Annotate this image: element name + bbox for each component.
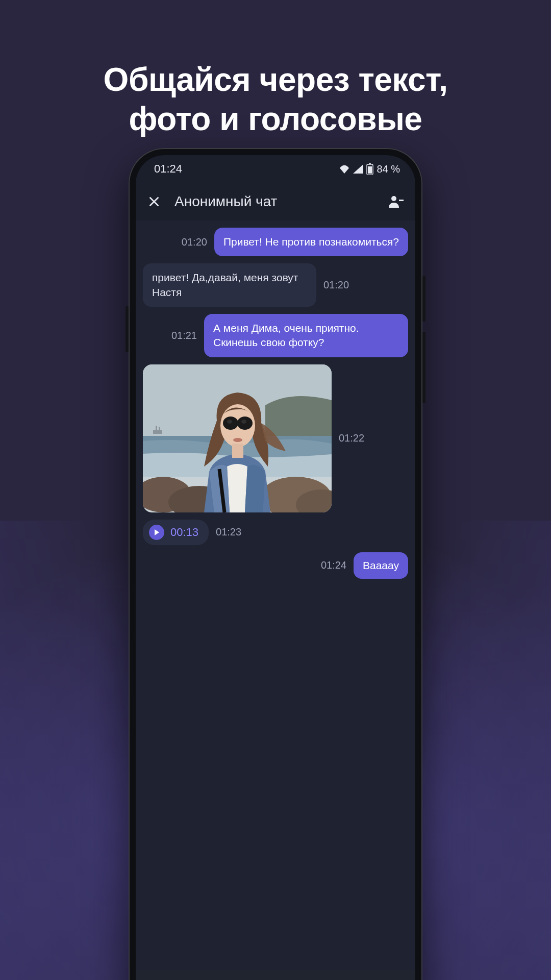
message-row: привет! Да,давай, меня зовут Настя 01:20 (143, 263, 408, 307)
svg-point-17 (241, 420, 246, 424)
signal-icon (353, 164, 363, 174)
message-row: 01:21 А меня Дима, очень приятно. Скинеш… (143, 314, 408, 357)
message-time: 01:20 (182, 236, 207, 248)
status-time: 01:24 (154, 162, 182, 176)
photo-message[interactable] (143, 364, 332, 512)
close-button[interactable] (145, 192, 163, 211)
remove-user-button[interactable] (386, 191, 406, 212)
svg-rect-2 (368, 166, 372, 174)
message-time: 01:20 (323, 279, 349, 291)
phone-device-frame: 01:24 84 % (129, 148, 422, 980)
promo-headline: Общайся через текст, фото и голосовые (0, 0, 551, 139)
phone-side-button (422, 332, 425, 403)
status-battery-percent: 84 % (377, 163, 400, 175)
message-bubble-received[interactable]: привет! Да,давай, меня зовут Настя (143, 263, 316, 307)
message-row: 01:20 Привет! Не против познакомиться? (143, 228, 408, 256)
svg-rect-20 (153, 430, 162, 434)
message-bubble-sent[interactable]: Привет! Не против познакомиться? (214, 228, 408, 256)
message-time: 01:22 (339, 432, 364, 444)
message-time: 01:24 (321, 559, 346, 571)
person-remove-icon (388, 195, 404, 208)
battery-icon (366, 163, 373, 175)
voice-message[interactable]: 00:13 (143, 520, 209, 545)
svg-rect-1 (369, 163, 371, 164)
svg-rect-15 (237, 422, 240, 424)
voice-duration: 00:13 (170, 526, 198, 539)
play-button[interactable] (149, 525, 164, 540)
phone-side-button (422, 276, 425, 322)
message-row: 01:22 (143, 364, 408, 512)
message-bubble-sent[interactable]: Ваааау (354, 552, 408, 579)
wifi-icon (339, 164, 350, 174)
message-bubble-sent[interactable]: А меня Дима, очень приятно. Скинешь свою… (204, 314, 408, 357)
svg-point-16 (227, 420, 232, 424)
headline-line-2: фото и голосовые (129, 101, 422, 137)
status-bar: 01:24 84 % (136, 155, 415, 183)
phone-screen: 01:24 84 % (136, 155, 415, 980)
close-icon (147, 195, 161, 208)
svg-point-3 (391, 196, 396, 201)
svg-rect-22 (159, 427, 160, 430)
message-time: 01:21 (171, 330, 197, 341)
message-input-bar (136, 970, 415, 980)
svg-rect-19 (232, 444, 243, 458)
message-row: 01:24 Ваааау (143, 552, 408, 579)
svg-rect-4 (399, 200, 404, 201)
play-icon (153, 529, 160, 536)
svg-rect-21 (156, 426, 157, 430)
chat-title: Анонимный чат (174, 193, 374, 210)
message-time: 01:23 (216, 526, 241, 538)
chat-header: Анонимный чат (136, 183, 415, 220)
message-list[interactable]: 01:20 Привет! Не против познакомиться? п… (136, 220, 415, 970)
message-row: 00:13 01:23 (143, 520, 408, 545)
svg-point-18 (233, 438, 242, 442)
headline-line-1: Общайся через текст, (104, 61, 448, 98)
